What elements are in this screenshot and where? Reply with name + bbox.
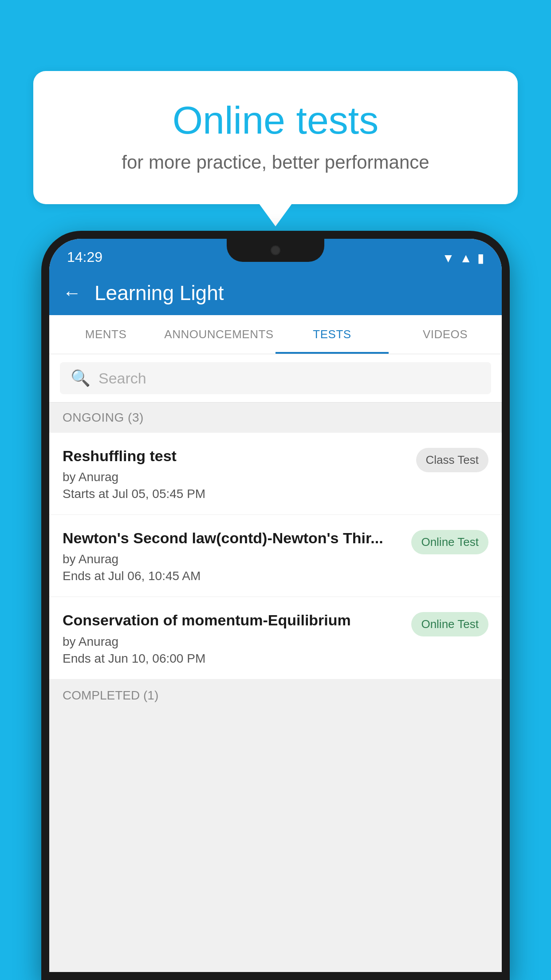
test-info-1: Newton's Second law(contd)-Newton's Thir…: [63, 528, 402, 583]
status-icons: ▼ ▲ ▮: [442, 251, 484, 265]
phone-notch: [227, 239, 324, 262]
tab-ments[interactable]: MENTS: [49, 315, 162, 354]
wifi-icon: ▼: [442, 251, 455, 265]
signal-icon: ▲: [460, 251, 472, 265]
back-button[interactable]: ←: [63, 282, 81, 304]
test-author-2: by Anurag: [63, 635, 402, 649]
bubble-title: Online tests: [55, 98, 496, 143]
test-time-0: Starts at Jul 05, 05:45 PM: [63, 487, 407, 501]
test-item-2[interactable]: Conservation of momentum-Equilibrium by …: [49, 597, 502, 679]
phone-frame: 14:29 ▼ ▲ ▮ ← Learning Light MENTS ANNOU…: [41, 231, 510, 980]
tab-tests[interactable]: TESTS: [276, 315, 389, 354]
section-ongoing-label: ONGOING (3): [63, 411, 144, 424]
app-title: Learning Light: [94, 281, 224, 305]
section-completed-header: COMPLETED (1): [49, 680, 502, 711]
tests-list: Reshuffling test by Anurag Starts at Jul…: [49, 433, 502, 680]
search-container: 🔍 Search: [49, 354, 502, 403]
tab-videos[interactable]: VIDEOS: [389, 315, 502, 354]
tab-announcements[interactable]: ANNOUNCEMENTS: [162, 315, 276, 354]
test-info-0: Reshuffling test by Anurag Starts at Jul…: [63, 446, 407, 501]
camera-dot: [271, 245, 280, 255]
phone-inner: 14:29 ▼ ▲ ▮ ← Learning Light MENTS ANNOU…: [49, 239, 502, 972]
speech-bubble: Online tests for more practice, better p…: [33, 71, 518, 204]
test-item-1[interactable]: Newton's Second law(contd)-Newton's Thir…: [49, 515, 502, 597]
app-header: ← Learning Light: [49, 271, 502, 315]
bubble-subtitle: for more practice, better performance: [55, 152, 496, 173]
section-completed-label: COMPLETED (1): [63, 688, 158, 702]
test-info-2: Conservation of momentum-Equilibrium by …: [63, 610, 402, 665]
test-author-1: by Anurag: [63, 552, 402, 566]
search-placeholder: Search: [98, 370, 146, 387]
test-badge-2: Online Test: [411, 612, 488, 636]
tabs-bar: MENTS ANNOUNCEMENTS TESTS VIDEOS: [49, 315, 502, 354]
status-time: 14:29: [67, 249, 102, 265]
test-time-2: Ends at Jun 10, 06:00 PM: [63, 652, 402, 666]
test-name-2: Conservation of momentum-Equilibrium: [63, 610, 402, 630]
test-badge-0: Class Test: [416, 448, 488, 472]
battery-icon: ▮: [477, 251, 484, 265]
test-time-1: Ends at Jul 06, 10:45 AM: [63, 569, 402, 583]
test-name-1: Newton's Second law(contd)-Newton's Thir…: [63, 528, 402, 548]
search-bar[interactable]: 🔍 Search: [60, 362, 491, 394]
test-author-0: by Anurag: [63, 470, 407, 484]
test-name-0: Reshuffling test: [63, 446, 407, 466]
search-icon: 🔍: [71, 369, 91, 387]
section-ongoing-header: ONGOING (3): [49, 403, 502, 433]
test-item-0[interactable]: Reshuffling test by Anurag Starts at Jul…: [49, 433, 502, 515]
test-badge-1: Online Test: [411, 530, 488, 554]
